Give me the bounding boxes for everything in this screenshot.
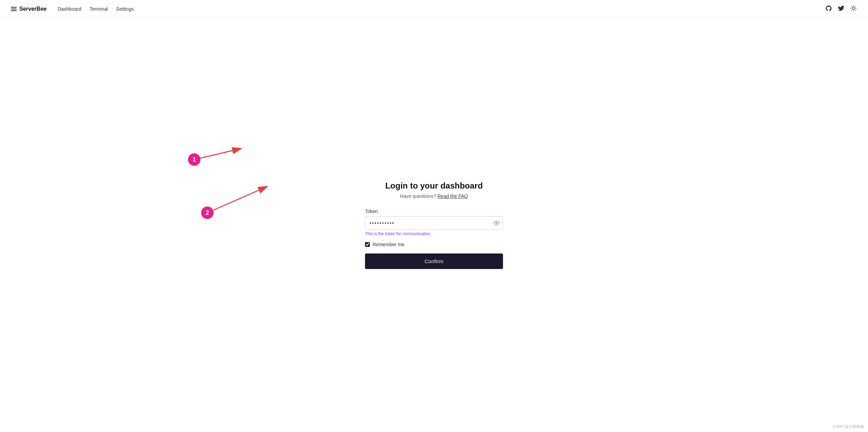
confirm-button[interactable]: Confirm [365, 253, 503, 269]
remember-me-checkbox[interactable] [365, 242, 370, 247]
navbar: ServerBee Dashboard Terminal Settings [0, 0, 868, 18]
nav-right [825, 5, 857, 13]
token-field-group: Token This is the token for communicatio… [365, 209, 503, 236]
menu-icon [11, 7, 17, 11]
twitter-icon[interactable] [838, 5, 845, 13]
theme-toggle-icon[interactable] [850, 5, 857, 13]
nav-links: Dashboard Terminal Settings [58, 6, 825, 12]
token-input[interactable] [365, 216, 503, 230]
brand[interactable]: ServerBee [11, 6, 47, 12]
login-form-container: Login to your dashboard Have questions? … [365, 181, 503, 269]
main-content: Login to your dashboard Have questions? … [0, 18, 868, 432]
remember-me-row: Remember me [365, 242, 503, 247]
remember-me-label[interactable]: Remember me [373, 242, 405, 247]
nav-settings[interactable]: Settings [116, 6, 134, 12]
token-label: Token [365, 209, 503, 214]
svg-line-7 [851, 10, 852, 10]
svg-line-4 [855, 10, 856, 10]
token-help-text: This is the token for communication. [365, 231, 503, 236]
login-title: Login to your dashboard [365, 181, 503, 191]
svg-point-9 [496, 222, 497, 224]
svg-line-3 [851, 6, 852, 7]
nav-dashboard[interactable]: Dashboard [58, 6, 81, 12]
watermark: CSDN @江刚有缘 [833, 424, 864, 429]
eye-icon [493, 220, 500, 226]
nav-terminal[interactable]: Terminal [90, 6, 108, 12]
svg-point-0 [852, 7, 855, 10]
brand-name: ServerBee [19, 6, 47, 12]
login-subtitle: Have questions? Read the FAQ [365, 193, 503, 199]
github-icon[interactable] [825, 5, 832, 13]
token-input-wrapper [365, 216, 503, 230]
svg-line-8 [855, 6, 856, 7]
toggle-password-button[interactable] [493, 220, 500, 226]
subtitle-text: Have questions? [400, 193, 436, 199]
faq-link[interactable]: Read the FAQ [437, 193, 468, 199]
